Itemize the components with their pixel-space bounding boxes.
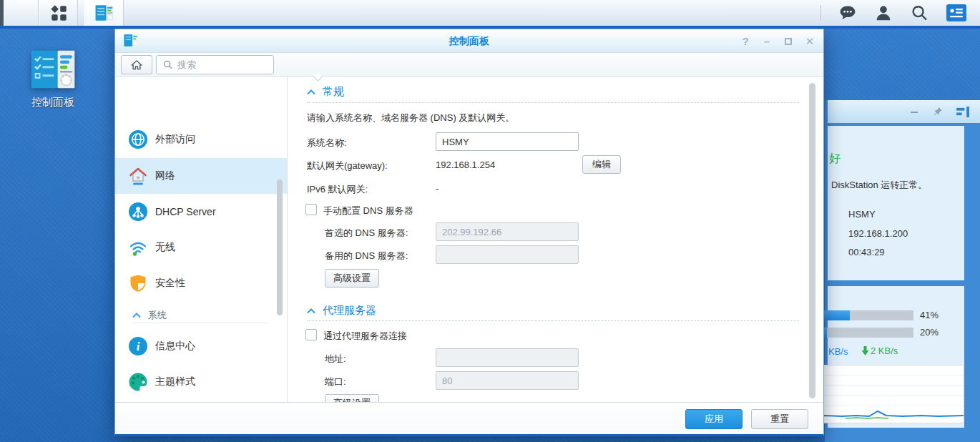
widget-panel-toggle-icon[interactable]	[956, 107, 970, 117]
dhcp-icon	[128, 202, 148, 222]
sidebar-item-info-center[interactable]: i 信息中心	[115, 328, 287, 364]
widgets-toggle-icon[interactable]	[946, 4, 967, 22]
preferred-dns-label: 首选的 DNS 服务器:	[325, 227, 408, 240]
shortcut-label: 控制面板	[17, 96, 89, 109]
uptime-value: 00:43:29	[848, 247, 885, 257]
gateway-value: 192.168.1.254	[436, 159, 495, 170]
reset-button[interactable]: 重置	[751, 409, 808, 429]
widget-panel: 好 DiskStation 运转正常。 HSMY 192.168.1.200 0…	[825, 100, 980, 442]
proxy-port-input[interactable]	[436, 371, 579, 390]
window-titlebar: 控制面板 ? – ✕	[115, 29, 823, 53]
sidebar-section-system[interactable]: 系统	[115, 309, 287, 322]
apply-button[interactable]: 应用	[685, 409, 743, 429]
palette-icon	[128, 372, 148, 392]
lan-ip-value: 192.168.1.200	[848, 228, 908, 239]
manual-dns-checkbox[interactable]	[305, 204, 317, 215]
taskbar-control-panel-button[interactable]	[84, 0, 124, 26]
user-icon[interactable]	[874, 4, 893, 22]
proxy-connect-label: 通过代理服务器连接	[323, 330, 407, 343]
search-icon	[162, 59, 173, 70]
taskbar	[0, 0, 980, 26]
section-general[interactable]: 常规	[307, 85, 344, 99]
chevron-up-icon	[307, 308, 315, 314]
download-speed: 2 KB/s	[861, 345, 898, 356]
global-search-icon[interactable]	[910, 4, 928, 22]
home-button[interactable]	[121, 55, 152, 74]
search-input[interactable]	[177, 59, 256, 70]
control-panel-task-icon	[95, 4, 114, 21]
minimize-button[interactable]: –	[762, 36, 772, 46]
system-name-input[interactable]	[436, 132, 579, 151]
general-description: 请输入系统名称、域名服务器 (DNS) 及默认网关。	[307, 112, 514, 124]
control-panel-icon	[29, 49, 77, 90]
content-scrollbar[interactable]	[809, 83, 815, 398]
section-proxy[interactable]: 代理服务器	[307, 304, 376, 318]
taskbar-separator	[820, 5, 821, 21]
shield-icon	[128, 273, 148, 293]
preferred-dns-input[interactable]	[436, 222, 579, 241]
content-pane: 常规 请输入系统名称、域名服务器 (DNS) 及默认网关。 系统名称: 默认网关…	[287, 77, 823, 402]
manual-dns-label: 手动配置 DNS 服务器	[323, 205, 413, 217]
globe-icon	[128, 129, 148, 149]
upload-speed: KB/s	[828, 346, 848, 357]
network-home-icon	[128, 166, 148, 186]
sidebar: 外部访问 网络 DHCP Server	[115, 77, 287, 402]
taskbar-tray	[820, 0, 980, 26]
wifi-icon	[128, 237, 148, 257]
section-divider	[307, 320, 799, 321]
window-footer: 应用 重置	[115, 402, 823, 434]
health-status-text: 好	[829, 152, 841, 167]
info-icon: i	[128, 336, 148, 356]
home-icon	[130, 59, 143, 72]
cpu-usage-percent: 41%	[920, 310, 939, 320]
gateway-label: 默认网关(gateway):	[307, 159, 388, 172]
network-traffic-chart	[805, 365, 964, 423]
maximize-button[interactable]	[783, 36, 793, 46]
proxy-connect-checkbox[interactable]	[305, 329, 317, 340]
control-panel-window: 控制面板 ? – ✕	[114, 29, 824, 436]
section-divider	[307, 102, 799, 103]
proxy-address-label: 地址:	[325, 353, 346, 365]
desktop-shortcut-control-panel[interactable]: 控制面板	[17, 49, 89, 109]
window-toolbar: 常规 网络界面 流量控制 静态路由 DSM 设置	[115, 53, 823, 77]
chevron-up-icon	[307, 89, 315, 95]
notifications-chat-icon[interactable]	[838, 4, 857, 22]
widget-minimize-icon[interactable]	[909, 107, 919, 117]
chevron-up-icon	[132, 313, 141, 318]
widget-pin-icon[interactable]	[932, 106, 944, 117]
sidebar-divider	[132, 323, 270, 323]
resource-monitor-widget: 41% 20% KB/s 2 KB/s	[828, 286, 964, 428]
help-button[interactable]: ?	[740, 36, 750, 46]
server-name-value: HSMY	[848, 209, 876, 220]
svg-text:i: i	[137, 340, 140, 353]
proxy-port-label: 端口:	[325, 375, 346, 388]
edit-gateway-button[interactable]: 编辑	[582, 155, 621, 174]
download-arrow-icon	[861, 346, 869, 355]
ram-usage-percent: 20%	[920, 327, 939, 338]
proxy-advanced-button[interactable]: 高级设置	[325, 394, 379, 402]
system-name-label: 系统名称:	[307, 137, 347, 149]
sidebar-item-network[interactable]: 网络	[115, 158, 287, 194]
sidebar-item-external-access[interactable]: 外部访问	[115, 122, 287, 157]
sidebar-item-wireless[interactable]: 无线	[115, 230, 287, 265]
ipv6-gateway-label: IPv6 默认网关:	[307, 183, 368, 196]
sidebar-search	[156, 55, 274, 74]
sidebar-item-security[interactable]: 安全性	[115, 265, 287, 301]
sidebar-item-theme[interactable]: 主题样式	[115, 364, 287, 400]
system-health-widget: 好 DiskStation 运转正常。 HSMY 192.168.1.200 0…	[828, 126, 964, 280]
close-button[interactable]: ✕	[805, 36, 815, 46]
window-titlebar-icon	[124, 34, 138, 50]
sidebar-item-dhcp-server[interactable]: DHCP Server	[115, 194, 287, 230]
taskbar-empty-button[interactable]	[4, 0, 39, 26]
dns-advanced-button[interactable]: 高级设置	[325, 269, 379, 288]
health-message: DiskStation 运转正常。	[831, 179, 927, 192]
main-menu-button[interactable]	[39, 0, 78, 26]
window-title: 控制面板	[115, 29, 823, 53]
widget-panel-titlebar	[828, 100, 980, 123]
alternate-dns-label: 备用的 DNS 服务器:	[325, 250, 408, 262]
main-menu-icon	[50, 4, 67, 21]
taskbar-bottom-edge	[0, 26, 980, 29]
proxy-address-input[interactable]	[436, 348, 579, 367]
sidebar-scrollbar[interactable]	[277, 180, 283, 315]
alternate-dns-input[interactable]	[436, 245, 579, 264]
